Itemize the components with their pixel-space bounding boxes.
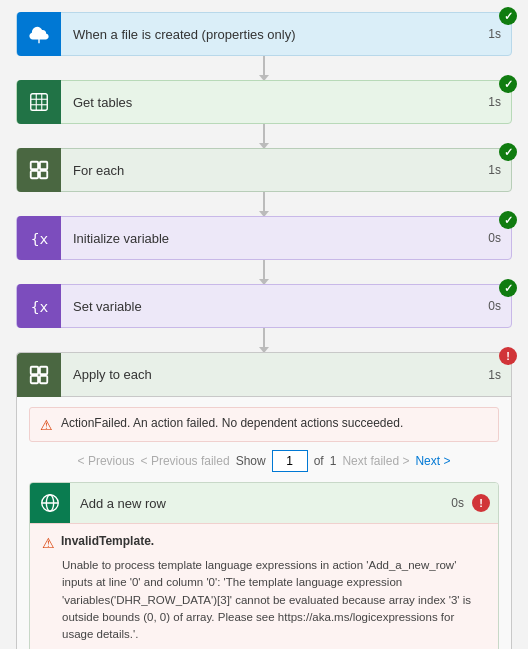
inner-step-header: Add a new row 0s ! [30,483,498,523]
previous-failed-button[interactable]: < Previous failed [141,454,230,468]
show-label: Show [236,454,266,468]
arrow-5 [263,328,265,352]
apply-each-container: Apply to each 1s ! ⚠ ActionFailed. An ac… [16,352,512,649]
step-duration: 1s [478,95,511,109]
success-badge: ✓ [499,7,517,25]
svg-rect-12 [40,366,47,373]
inner-error-block: ⚠ InvalidTemplate. Unable to process tem… [30,523,498,649]
pagination-bar: < Previous < Previous failed Show of 1 N… [29,450,499,472]
svg-rect-13 [31,375,38,382]
next-failed-button[interactable]: Next failed > [342,454,409,468]
step-get-tables[interactable]: Get tables 1s ✓ [16,80,512,124]
variable-icon: {x} [17,216,61,260]
warning-icon: ⚠ [40,417,53,433]
svg-rect-7 [31,171,38,178]
apply-each-duration: 1s [478,368,511,382]
inner-step-label: Add a new row [70,496,443,511]
step-for-each[interactable]: For each 1s ✓ [16,148,512,192]
svg-rect-11 [31,366,38,373]
previous-button[interactable]: < Previous [78,454,135,468]
inner-error-badge: ! [472,494,490,512]
svg-text:{x}: {x} [31,230,50,247]
arrow-4 [263,260,265,284]
foreach-icon-2 [17,353,61,397]
inner-error-title: ⚠ InvalidTemplate. [42,534,486,551]
inner-warning-icon: ⚠ [42,535,55,551]
page-input[interactable] [272,450,308,472]
step-label: When a file is created (properties only) [61,27,478,42]
svg-rect-8 [40,171,47,178]
of-label: of [314,454,324,468]
inner-step-add-row[interactable]: Add a new row 0s ! ⚠ InvalidTemplate. Un… [29,482,499,649]
dataverse-icon [30,483,70,523]
success-badge: ✓ [499,279,517,297]
success-badge: ✓ [499,211,517,229]
invalid-template-text: InvalidTemplate. [61,534,154,548]
step-duration: 1s [478,163,511,177]
onedrive-icon [17,12,61,56]
step-set-variable[interactable]: {x} Set variable 0s ✓ [16,284,512,328]
action-failed-text: ActionFailed. An action failed. No depen… [61,416,403,430]
step-file-created[interactable]: When a file is created (properties only)… [16,12,512,56]
foreach-icon [17,148,61,192]
svg-rect-5 [31,162,38,169]
apply-each-header[interactable]: Apply to each 1s ! [17,353,511,397]
success-badge: ✓ [499,143,517,161]
flow-container: When a file is created (properties only)… [0,0,528,649]
arrow-2 [263,124,265,148]
step-label: Initialize variable [61,231,478,246]
inner-step-duration: 0s [443,496,472,510]
arrow-3 [263,192,265,216]
action-failed-bar: ⚠ ActionFailed. An action failed. No dep… [29,407,499,442]
svg-rect-6 [40,162,47,169]
step-label: For each [61,163,478,178]
excel-icon [17,80,61,124]
variable-icon-2: {x} [17,284,61,328]
svg-text:{x}: {x} [31,298,50,315]
svg-rect-0 [31,94,48,111]
step-init-variable[interactable]: {x} Initialize variable 0s ✓ [16,216,512,260]
apply-each-label: Apply to each [61,367,478,382]
svg-rect-14 [40,375,47,382]
inner-error-body: Unable to process template language expr… [62,557,486,643]
error-badge: ! [499,347,517,365]
step-label: Set variable [61,299,478,314]
step-duration: 0s [478,299,511,313]
total-pages: 1 [330,454,337,468]
arrow-1 [263,56,265,80]
next-button[interactable]: Next > [415,454,450,468]
apply-each-body: ⚠ ActionFailed. An action failed. No dep… [17,397,511,649]
step-duration: 1s [478,27,511,41]
step-duration: 0s [478,231,511,245]
success-badge: ✓ [499,75,517,93]
step-label: Get tables [61,95,478,110]
